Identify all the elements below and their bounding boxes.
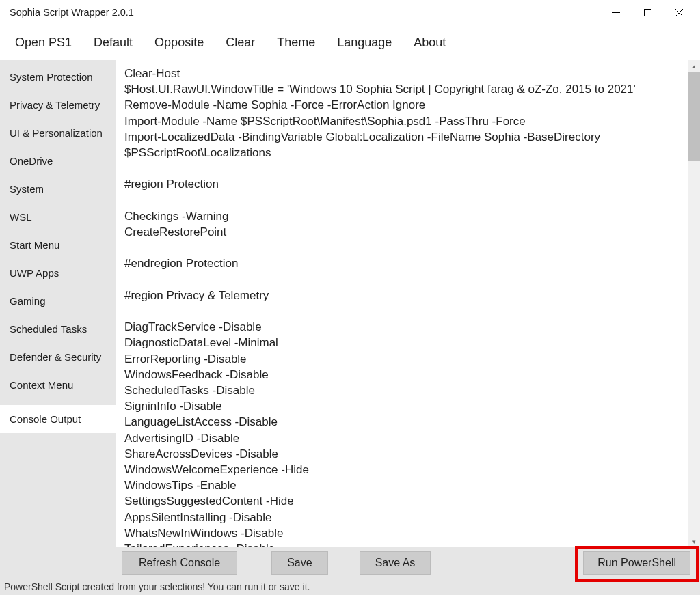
main-area: System Protection Privacy & Telemetry UI… <box>0 60 700 579</box>
sidebar-item-wsl[interactable]: WSL <box>0 203 116 231</box>
sidebar-item-console-output[interactable]: Console Output <box>0 405 116 433</box>
sidebar-item-defender-security[interactable]: Defender & Security <box>0 343 116 371</box>
menu-open-ps1[interactable]: Open PS1 <box>4 29 83 57</box>
sidebar-item-ui-personalization[interactable]: UI & Personalization <box>0 119 116 147</box>
scroll-thumb[interactable] <box>688 72 700 161</box>
minimize-button[interactable] <box>600 2 632 23</box>
save-button[interactable]: Save <box>271 551 327 575</box>
sidebar-item-start-menu[interactable]: Start Menu <box>0 231 116 259</box>
menu-default[interactable]: Default <box>83 29 144 57</box>
run-button-wrapper: Run PowerShell <box>579 549 695 577</box>
menu-about[interactable]: About <box>403 29 457 57</box>
status-text: PowerShell Script created from your sele… <box>4 581 310 592</box>
menu-theme[interactable]: Theme <box>266 29 326 57</box>
menu-opposite[interactable]: Opposite <box>144 29 215 57</box>
close-button[interactable] <box>663 2 695 23</box>
console-area: Clear-Host $Host.UI.RawUI.WindowTitle = … <box>116 60 700 547</box>
menu-language[interactable]: Language <box>326 29 403 57</box>
sidebar-item-onedrive[interactable]: OneDrive <box>0 147 116 175</box>
sidebar-item-privacy-telemetry[interactable]: Privacy & Telemetry <box>0 91 116 119</box>
titlebar: Sophia Script Wrapper 2.0.1 <box>0 0 700 25</box>
sidebar-item-system[interactable]: System <box>0 175 116 203</box>
sidebar-item-system-protection[interactable]: System Protection <box>0 63 116 91</box>
save-as-button[interactable]: Save As <box>360 551 431 575</box>
content-area: Clear-Host $Host.UI.RawUI.WindowTitle = … <box>116 60 700 579</box>
menu-clear[interactable]: Clear <box>215 29 266 57</box>
sidebar-item-scheduled-tasks[interactable]: Scheduled Tasks <box>0 315 116 343</box>
button-row: Refresh Console Save Save As Run PowerSh… <box>116 547 700 579</box>
scroll-up-icon[interactable]: ▴ <box>688 60 700 72</box>
window-controls <box>600 2 695 23</box>
statusbar: PowerShell Script created from your sele… <box>0 579 700 595</box>
refresh-console-button[interactable]: Refresh Console <box>122 551 237 575</box>
run-powershell-button[interactable]: Run PowerShell <box>583 551 690 575</box>
sidebar-separator <box>12 402 103 402</box>
scroll-down-icon[interactable]: ▾ <box>688 536 700 547</box>
sidebar-item-context-menu[interactable]: Context Menu <box>0 371 116 399</box>
svg-rect-1 <box>644 9 651 16</box>
vertical-scrollbar[interactable]: ▴ ▾ <box>688 60 700 547</box>
sidebar-item-gaming[interactable]: Gaming <box>0 287 116 315</box>
menubar: Open PS1 Default Opposite Clear Theme La… <box>0 25 700 60</box>
window-title: Sophia Script Wrapper 2.0.1 <box>10 7 600 18</box>
console-output[interactable]: Clear-Host $Host.UI.RawUI.WindowTitle = … <box>116 60 688 547</box>
maximize-button[interactable] <box>632 2 663 23</box>
sidebar: System Protection Privacy & Telemetry UI… <box>0 60 116 579</box>
sidebar-item-uwp-apps[interactable]: UWP Apps <box>0 259 116 287</box>
